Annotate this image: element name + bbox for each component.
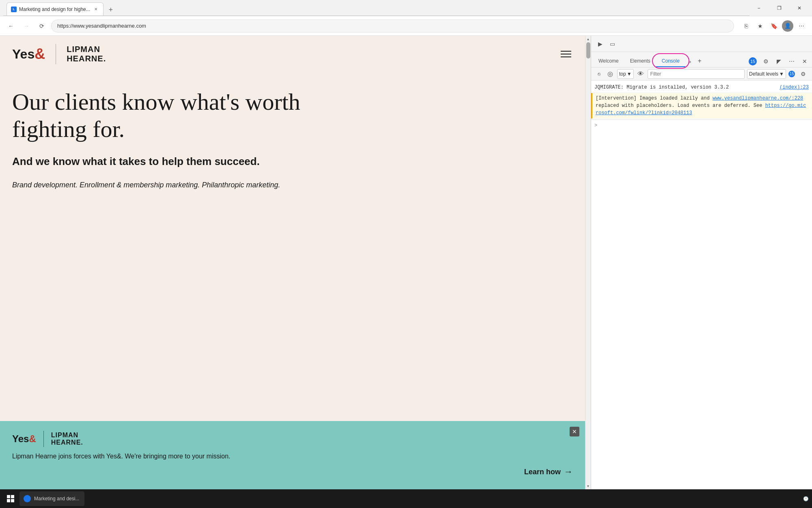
logo-ampersand: & (35, 46, 45, 63)
restore-button[interactable]: ❐ (770, 2, 788, 14)
console-settings-button[interactable]: ⚙ (797, 68, 809, 80)
page-scrollbar[interactable]: ▲ ▼ (585, 36, 591, 489)
console-eye-icon[interactable]: 👁 (636, 69, 645, 78)
reload-button[interactable]: ⟳ (36, 20, 48, 32)
lipman-hearne-logo: LIPMAN HEARNE. (67, 45, 106, 63)
profile-icon[interactable]: 👤 (782, 20, 793, 32)
console-filter-input[interactable] (648, 69, 745, 79)
popup-lipman-hearne-logo: LIPMAN HEARNE. (51, 432, 83, 446)
console-msg-1-location[interactable]: (index):23 (780, 84, 809, 91)
address-bar[interactable]: https://www.yesandlipmanhearne.com (51, 20, 734, 33)
more-tabs-button[interactable]: » (685, 56, 695, 67)
hero-title: Our clients know what's worth fighting f… (12, 89, 337, 143)
console-prompt-input[interactable] (600, 122, 809, 130)
hamburger-line-1 (561, 51, 571, 52)
hamburger-line-3 (561, 56, 571, 57)
popup-logo-divider (43, 431, 44, 447)
popup-banner: ✕ Yes& LIPMAN HEARNE. Lipman Hearne join… (0, 421, 585, 489)
popup-hearne-text: HEARNE. (51, 439, 83, 446)
collections-icon[interactable]: 🔖 (768, 20, 780, 32)
browser-window: L Marketing and design for highe... ✕ + … (0, 0, 812, 508)
scroll-thumb[interactable] (586, 42, 590, 59)
site-header: Yes& LIPMAN HEARNE. (0, 36, 585, 72)
console-levels-badge: 15 (788, 71, 795, 77)
console-top-bar: ⎋ ◎ top ▼ 👁 Default levels ▼ 15 ⚙ (591, 67, 812, 80)
console-prompt-row: > (591, 119, 812, 131)
devtools-panel: ▶ ▭ Welcome Elements Console » + 15 ⚙ ◤ … (591, 36, 812, 489)
devtools-icon-toolbar: ▶ ▭ (591, 36, 812, 52)
top-context-dropdown[interactable]: top ▼ (617, 69, 634, 79)
minimize-button[interactable]: − (749, 2, 768, 14)
add-tab-button[interactable]: + (695, 55, 705, 67)
console-msg-2-text: [Intervention] Images loaded lazily and … (596, 95, 809, 117)
popup-message: Lipman Hearne joins forces with Yes&. We… (12, 453, 573, 460)
navigation-bar: ← → ⟳ https://www.yesandlipmanhearne.com… (0, 16, 812, 36)
console-msg-2-link2[interactable]: https://go.microsoft.com/fwlink/?linkid=… (596, 103, 806, 116)
console-clear-button[interactable]: ⎋ (594, 69, 603, 78)
yesand-logo[interactable]: Yes& (12, 46, 45, 63)
new-tab-button[interactable]: + (105, 4, 117, 15)
device-emulation-button[interactable]: ▭ (607, 38, 618, 50)
tab-console[interactable]: Console (656, 56, 685, 67)
devtools-dock-button[interactable]: ◤ (773, 56, 784, 67)
console-prompt-arrow: > (594, 123, 597, 128)
inspect-element-button[interactable]: ▶ (594, 38, 606, 50)
console-levels-label: Default levels (749, 71, 778, 77)
more-tools-icon[interactable]: ⋯ (796, 20, 807, 32)
nav-right-icons: ⎘ ★ 🔖 👤 ⋯ (741, 20, 807, 32)
scroll-down-button[interactable]: ▼ (585, 483, 591, 489)
title-bar: L Marketing and design for highe... ✕ + … (0, 0, 812, 16)
hamburger-menu[interactable] (559, 49, 573, 59)
hearne-text: HEARNE. (67, 54, 106, 63)
scroll-track (585, 42, 591, 483)
devtools-tab-bar: Welcome Elements Console » + 15 ⚙ ◤ ⋯ ✕ (591, 52, 812, 67)
devtools-settings-button[interactable]: ⚙ (760, 56, 771, 67)
read-aloud-icon[interactable]: ⎘ (741, 20, 752, 32)
popup-close-button[interactable]: ✕ (570, 427, 579, 436)
taskbar-browser-item[interactable]: Marketing and desi... (19, 491, 84, 506)
console-message-1: JQMIGRATE: Migrate is installed, version… (591, 82, 812, 93)
devtools-more-button[interactable]: ⋯ (786, 56, 797, 67)
website-viewport: Yes& LIPMAN HEARNE. Our clients know wha… (0, 36, 585, 489)
popup-logo: Yes& LIPMAN HEARNE. (12, 431, 573, 447)
popup-lipman-text: LIPMAN (51, 432, 83, 439)
favorites-icon[interactable]: ★ (754, 20, 766, 32)
popup-yesand-logo: Yes& (12, 433, 36, 445)
tab-elements[interactable]: Elements (624, 56, 656, 67)
back-button[interactable]: ← (5, 20, 17, 32)
taskbar-item-title: Marketing and desi... (34, 496, 79, 501)
devtools-tab-right: 15 ⚙ ◤ ⋯ ✕ (747, 56, 810, 67)
close-button[interactable]: ✕ (790, 2, 809, 14)
hamburger-line-2 (561, 54, 571, 54)
start-button[interactable] (3, 491, 18, 506)
devtools-close-button[interactable]: ✕ (799, 56, 810, 67)
logo-divider (56, 44, 56, 64)
logo-area: Yes& LIPMAN HEARNE. (12, 44, 106, 64)
tab-close-button[interactable]: ✕ (93, 6, 99, 13)
top-dropdown-arrow: ▼ (627, 71, 632, 77)
forward-button[interactable]: → (20, 20, 32, 32)
popup-learn-how-button[interactable]: Learn how → (12, 467, 573, 477)
hero-section: Our clients know what's worth fighting f… (0, 72, 585, 198)
taskbar-right-area: 🕐 (803, 496, 809, 501)
console-msg-1-text: JQMIGRATE: Migrate is installed, version… (594, 84, 776, 91)
windows-logo-icon (7, 495, 14, 502)
console-messages-area: JQMIGRATE: Migrate is installed, version… (591, 80, 812, 489)
active-tab[interactable]: L Marketing and design for highe... ✕ (6, 2, 104, 15)
logo-yes-text: Yes (12, 47, 35, 62)
popup-learn-label: Learn how (524, 468, 561, 476)
tab-welcome[interactable]: Welcome (593, 56, 624, 67)
console-msg-2-link1[interactable]: www.yesandlipmanhearne.com/:228 (713, 96, 803, 101)
scroll-up-button[interactable]: ▲ (585, 36, 591, 42)
tab-favicon: L (11, 7, 17, 12)
tab-title: Marketing and design for highe... (19, 7, 90, 12)
console-badge: 15 (749, 57, 757, 65)
console-levels-dropdown[interactable]: Default levels ▼ (747, 69, 786, 79)
console-filter-toggle[interactable]: ◎ (606, 69, 615, 78)
address-text: https://www.yesandlipmanhearne.com (57, 23, 146, 29)
console-message-2: [Intervention] Images loaded lazily and … (591, 93, 812, 119)
taskbar: Marketing and desi... 🕐 (0, 489, 812, 508)
window-controls: − ❐ ✕ (749, 2, 809, 14)
lipman-text: LIPMAN (67, 45, 106, 54)
taskbar-clock: 🕐 (803, 496, 809, 501)
